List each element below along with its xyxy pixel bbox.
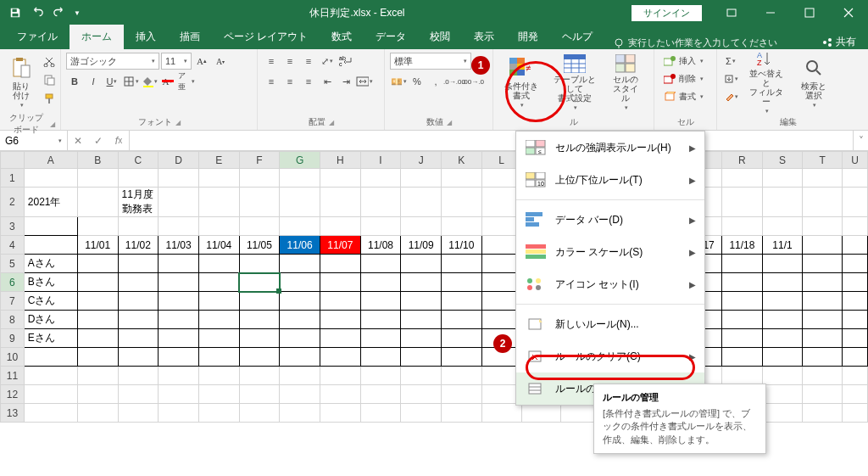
insert-function-icon[interactable]: fx — [108, 135, 129, 147]
cell[interactable] — [442, 273, 482, 292]
cell[interactable] — [401, 292, 442, 311]
maximize-button[interactable] — [790, 0, 829, 25]
cell[interactable] — [762, 367, 802, 385]
col-header[interactable]: A — [24, 152, 77, 169]
align-bottom-icon[interactable]: ≡ — [300, 53, 317, 70]
cell[interactable] — [762, 255, 802, 273]
cell[interactable] — [77, 273, 118, 292]
percent-format-icon[interactable]: % — [409, 73, 426, 90]
cell[interactable] — [280, 217, 320, 236]
cell[interactable] — [360, 217, 401, 236]
cell[interactable] — [320, 169, 360, 188]
col-header[interactable]: T — [803, 152, 843, 169]
tab-file[interactable]: ファイル — [5, 25, 70, 49]
cell[interactable] — [198, 255, 239, 273]
cell[interactable] — [320, 311, 360, 329]
col-header[interactable]: C — [118, 152, 159, 169]
cell[interactable] — [280, 348, 320, 367]
tab-home[interactable]: ホーム — [70, 25, 124, 49]
cell[interactable] — [118, 255, 159, 273]
cell[interactable] — [521, 404, 561, 423]
cell[interactable] — [360, 329, 401, 348]
col-header[interactable]: D — [159, 152, 199, 169]
merge-center-icon[interactable]: ▾ — [356, 73, 373, 90]
cell[interactable] — [722, 217, 763, 236]
cell[interactable] — [442, 188, 482, 217]
tab-formulas[interactable]: 数式 — [320, 25, 364, 49]
col-header[interactable]: R — [722, 152, 763, 169]
cell[interactable] — [77, 255, 118, 273]
underline-button[interactable]: U▾ — [103, 73, 120, 90]
cell[interactable] — [803, 188, 843, 217]
cell[interactable] — [762, 404, 802, 423]
cell[interactable] — [159, 273, 199, 292]
cell[interactable] — [198, 348, 239, 367]
align-middle-icon[interactable]: ≡ — [281, 53, 298, 70]
increase-font-icon[interactable]: A▴ — [193, 53, 210, 70]
cell[interactable] — [198, 367, 239, 385]
cell[interactable]: 11/03 — [159, 236, 199, 255]
cell[interactable] — [118, 329, 159, 348]
cell[interactable]: Aさん — [24, 255, 77, 273]
cell[interactable]: Bさん — [24, 273, 77, 292]
cell[interactable] — [239, 404, 280, 423]
row-header[interactable]: 5 — [1, 255, 25, 273]
cf-new-rule[interactable]: 新しいルール(N)... — [516, 308, 704, 340]
cell[interactable] — [843, 385, 868, 404]
cf-color-scales[interactable]: カラー スケール(S)▶ — [516, 236, 704, 268]
cell[interactable] — [239, 311, 280, 329]
cell[interactable] — [442, 367, 482, 385]
cell[interactable]: 11/1 — [762, 236, 802, 255]
cell[interactable] — [198, 273, 239, 292]
cell[interactable] — [118, 404, 159, 423]
wrap-text-icon[interactable]: abc — [337, 53, 354, 70]
cell[interactable] — [803, 217, 843, 236]
cell[interactable] — [803, 367, 843, 385]
cell[interactable] — [360, 188, 401, 217]
cell[interactable] — [77, 292, 118, 311]
cell[interactable] — [803, 236, 843, 255]
cell[interactable] — [481, 404, 521, 423]
col-header[interactable]: H — [320, 152, 360, 169]
cell[interactable] — [442, 311, 482, 329]
font-name-combo[interactable]: 游ゴシック▾ — [66, 53, 159, 70]
cell[interactable] — [320, 273, 360, 292]
share-button[interactable]: 共有 — [810, 35, 868, 49]
cell[interactable] — [239, 217, 280, 236]
cell[interactable] — [77, 188, 118, 217]
bold-button[interactable]: B — [66, 73, 83, 90]
cell[interactable] — [118, 273, 159, 292]
cell[interactable] — [159, 292, 199, 311]
row-header[interactable]: 11 — [1, 367, 25, 385]
orientation-icon[interactable]: ⤢▾ — [319, 53, 336, 70]
cell[interactable] — [280, 273, 320, 292]
cell[interactable]: 11/01 — [77, 236, 118, 255]
cell[interactable] — [320, 188, 360, 217]
format-painter-button[interactable] — [41, 90, 58, 107]
cell[interactable] — [360, 311, 401, 329]
cell[interactable] — [762, 329, 802, 348]
cell[interactable] — [77, 217, 118, 236]
cell[interactable] — [118, 367, 159, 385]
cell[interactable] — [722, 367, 763, 385]
cell[interactable] — [239, 329, 280, 348]
cell[interactable] — [198, 292, 239, 311]
cf-top-bottom-rules[interactable]: 10 上位/下位ルール(T)▶ — [516, 164, 704, 196]
cell[interactable]: Dさん — [24, 311, 77, 329]
cell[interactable] — [442, 217, 482, 236]
cell[interactable] — [360, 273, 401, 292]
clear-icon[interactable]: ▾ — [722, 88, 739, 105]
number-format-combo[interactable]: 標準▾ — [390, 53, 471, 70]
cell[interactable] — [77, 385, 118, 404]
cell[interactable] — [77, 311, 118, 329]
row-header[interactable]: 1 — [1, 169, 25, 188]
row-header[interactable]: 9 — [1, 329, 25, 348]
cell[interactable] — [198, 311, 239, 329]
col-header[interactable]: E — [198, 152, 239, 169]
cancel-formula-icon[interactable]: ✕ — [68, 135, 88, 147]
cell[interactable] — [762, 311, 802, 329]
save-button[interactable] — [5, 3, 25, 23]
cell[interactable] — [280, 329, 320, 348]
cell[interactable] — [280, 292, 320, 311]
col-header[interactable]: K — [442, 152, 482, 169]
